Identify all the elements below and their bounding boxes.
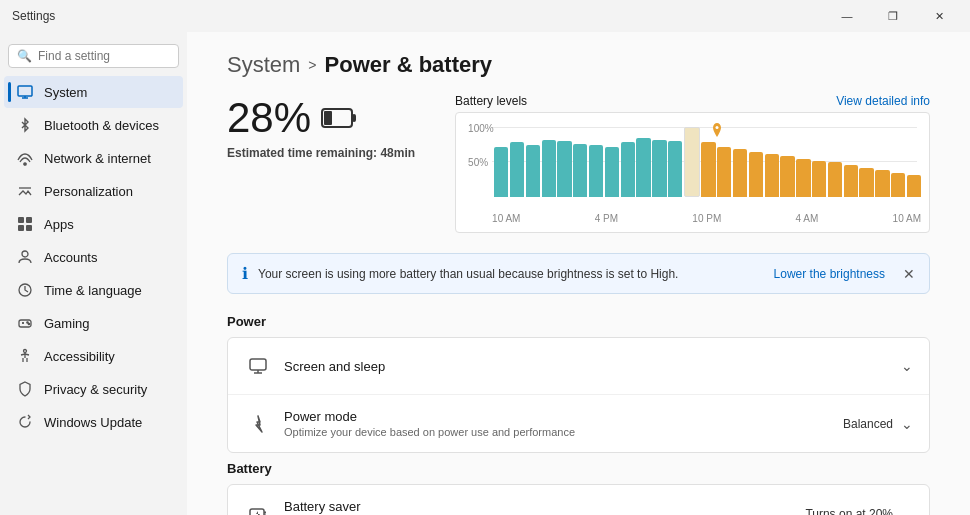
chart-bar: [796, 159, 810, 198]
breadcrumb-chevron: >: [308, 57, 316, 73]
svg-rect-25: [250, 509, 264, 516]
chart-title: Battery levels: [455, 94, 527, 108]
chart-bar: [844, 165, 858, 197]
sidebar-item-privacy[interactable]: Privacy & security: [4, 373, 183, 405]
power-mode-row[interactable]: Power mode Optimize your device based on…: [228, 395, 929, 452]
sidebar-item-label-accessibility: Accessibility: [44, 349, 115, 364]
chart-bar: [621, 142, 635, 197]
chart-bar: [749, 152, 763, 198]
sidebar-item-label-time: Time & language: [44, 283, 142, 298]
power-settings-card: Screen and sleep ⌄ Power mode Optimize y…: [227, 337, 930, 453]
battery-time-label: Estimated time remaining:: [227, 146, 377, 160]
chart-bar: [605, 147, 619, 197]
battery-time: Estimated time remaining: 48min: [227, 146, 415, 160]
battery-percentage-display: 28%: [227, 94, 415, 142]
breadcrumb: System > Power & battery: [227, 52, 930, 78]
sidebar-item-gaming[interactable]: Gaming: [4, 307, 183, 339]
notification-close-button[interactable]: ✕: [903, 266, 915, 282]
sidebar-item-label-bluetooth: Bluetooth & devices: [44, 118, 159, 133]
svg-rect-8: [26, 225, 32, 231]
sidebar-item-apps[interactable]: Apps: [4, 208, 183, 240]
sidebar-item-network[interactable]: Network & internet: [4, 142, 183, 174]
minimize-button[interactable]: —: [824, 0, 870, 32]
search-input[interactable]: [38, 49, 187, 63]
svg-rect-0: [18, 86, 32, 96]
power-mode-icon: [244, 410, 272, 438]
power-section-title: Power: [227, 314, 930, 329]
sidebar-item-bluetooth[interactable]: Bluetooth & devices: [4, 109, 183, 141]
x-label-4: 10 AM: [893, 213, 921, 224]
battery-status: 28% Estimated time remaining: 48min: [227, 94, 415, 160]
power-mode-value: Balanced: [843, 417, 893, 431]
power-mode-subtitle: Optimize your device based on power use …: [284, 426, 843, 438]
sidebar-item-label-apps: Apps: [44, 217, 74, 232]
chart-bar: [765, 154, 779, 197]
title-bar: Settings — ❐ ✕: [0, 0, 970, 32]
main-content: System > Power & battery 28%: [187, 32, 970, 515]
bluetooth-icon: [16, 116, 34, 134]
gaming-icon: [16, 314, 34, 332]
search-box[interactable]: 🔍: [8, 44, 179, 68]
screen-sleep-chevron: ⌄: [901, 358, 913, 374]
svg-rect-6: [26, 217, 32, 223]
breadcrumb-parent[interactable]: System: [227, 52, 300, 78]
view-detailed-link[interactable]: View detailed info: [836, 94, 930, 108]
system-icon: [16, 83, 34, 101]
screen-sleep-row[interactable]: Screen and sleep ⌄: [228, 338, 929, 395]
chart-canvas: [464, 121, 921, 201]
privacy-icon: [16, 380, 34, 398]
battery-icon: [321, 107, 357, 129]
time-icon: [16, 281, 34, 299]
battery-saver-row[interactable]: Battery saver Extend battery life by lim…: [228, 485, 929, 515]
windows-update-icon: [16, 413, 34, 431]
x-label-2: 10 PM: [692, 213, 721, 224]
sidebar-item-label-privacy: Privacy & security: [44, 382, 147, 397]
chart-bar: [589, 145, 603, 197]
sidebar-item-time[interactable]: Time & language: [4, 274, 183, 306]
x-label-0: 10 AM: [492, 213, 520, 224]
svg-rect-20: [324, 111, 332, 125]
battery-settings-card: Battery saver Extend battery life by lim…: [227, 484, 930, 515]
power-mode-chevron: ⌄: [901, 416, 913, 432]
title-bar-controls: — ❐ ✕: [824, 0, 962, 32]
close-button[interactable]: ✕: [916, 0, 962, 32]
svg-point-15: [28, 323, 29, 324]
chart-bar: [875, 170, 889, 197]
sidebar-item-label-system: System: [44, 85, 87, 100]
battery-time-value: 48min: [380, 146, 415, 160]
svg-rect-5: [18, 217, 24, 223]
svg-rect-22: [250, 359, 266, 370]
title-bar-left: Settings: [12, 9, 55, 23]
chart-bar: [668, 141, 682, 197]
top-section: 28% Estimated time remaining: 48min: [227, 94, 930, 233]
chart-bar: [494, 147, 508, 197]
chart-bar: [701, 142, 715, 197]
chart-bar: [652, 140, 666, 197]
search-icon: 🔍: [17, 49, 32, 63]
chart-bar: [573, 144, 587, 197]
lower-brightness-link[interactable]: Lower the brightness: [774, 267, 885, 281]
svg-point-3: [24, 163, 26, 165]
sidebar-item-personalization[interactable]: Personalization: [4, 175, 183, 207]
sidebar-item-accessibility[interactable]: Accessibility: [4, 340, 183, 372]
accessibility-icon: [16, 347, 34, 365]
sidebar-item-accounts[interactable]: Accounts: [4, 241, 183, 273]
sidebar-item-windows-update[interactable]: Windows Update: [4, 406, 183, 438]
chart-bar: [733, 149, 747, 197]
chart-header: Battery levels View detailed info: [455, 94, 930, 108]
battery-section-title: Battery: [227, 461, 930, 476]
sidebar-item-label-network: Network & internet: [44, 151, 151, 166]
battery-saver-title: Battery saver: [284, 499, 805, 514]
svg-point-16: [24, 350, 27, 353]
battery-saver-value: Turns on at 20%: [805, 507, 893, 516]
settings-title: Settings: [12, 9, 55, 23]
screen-sleep-content: Screen and sleep: [284, 359, 901, 374]
power-mode-content: Power mode Optimize your device based on…: [284, 409, 843, 438]
sidebar-item-label-personalization: Personalization: [44, 184, 133, 199]
maximize-button[interactable]: ❐: [870, 0, 916, 32]
sidebar-item-system[interactable]: System: [4, 76, 183, 108]
chart-bar: [907, 175, 921, 197]
chart-bar: [557, 141, 571, 197]
screen-sleep-icon: [244, 352, 272, 380]
chart-bar: [542, 140, 556, 197]
